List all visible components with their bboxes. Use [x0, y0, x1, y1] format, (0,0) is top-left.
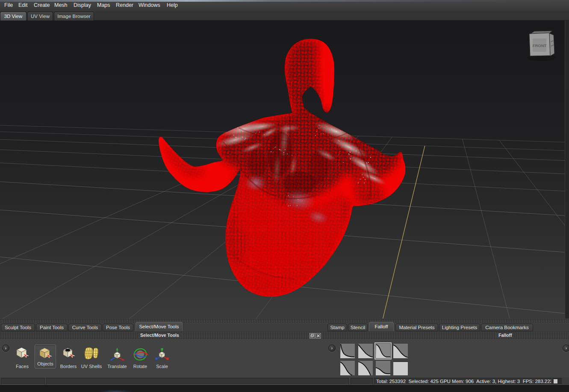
svg-text:FRONT: FRONT: [533, 43, 547, 48]
